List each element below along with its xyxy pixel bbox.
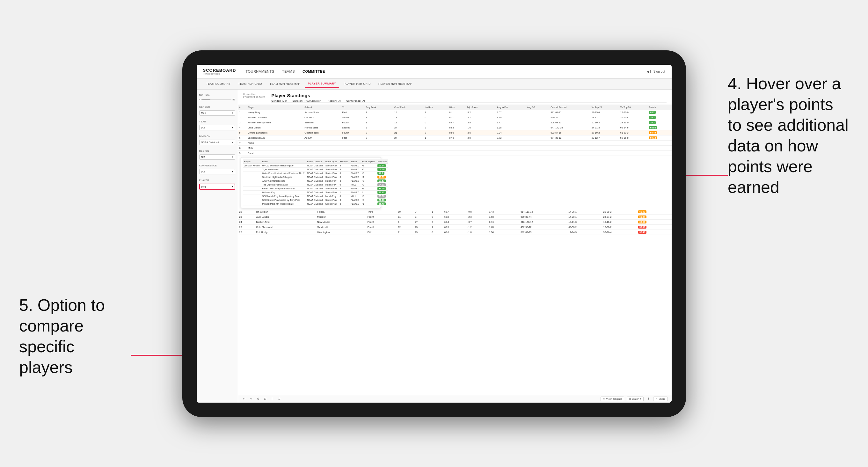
event-row: Tiger Invitational NCAA Division I Strok… [243, 167, 389, 171]
nav-right: ◀ | Sign out [647, 70, 665, 73]
sidebar-gender-label: Gender [199, 105, 235, 108]
sidebar-region-control[interactable]: N/A ▾ [199, 154, 235, 160]
table-row: 8 Mats [238, 145, 672, 151]
col-reg-rank: Reg Rank [364, 105, 393, 110]
player-value: (All) [202, 185, 206, 188]
table-row: 23 Jack Lundin Missouri Fourth 11 24 0 6… [238, 214, 672, 219]
sidebar-no-rds: No Rds. 4 52 [199, 93, 235, 101]
col-vs50: Vs Top 50 [619, 105, 648, 110]
main-content: No Rds. 4 52 Gender Men [197, 90, 672, 403]
nav-tournaments[interactable]: TOURNAMENTS [245, 68, 274, 74]
filter-division: Division: NCAA Division I [292, 99, 322, 102]
school-cell: Arizona State [303, 110, 341, 115]
lower-players-table: 22 Ian Gilligan Florida Third 10 24 1 68… [238, 210, 672, 235]
share-button[interactable]: ↗ Share [653, 397, 668, 401]
points-cell[interactable]: 70.2 [648, 120, 672, 125]
tab-player-h2h-grid[interactable]: PLAYER H2H GRID [340, 80, 374, 87]
eye-icon: 👁 [603, 398, 605, 400]
col-vs25: Vs Top 25 [590, 105, 619, 110]
standings-title: Player Standings [271, 93, 666, 98]
nav-committee[interactable]: COMMITTEE [303, 68, 325, 74]
rank-cell: 1 [238, 110, 247, 115]
nav-links: TOURNAMENTS TEAMS COMMITTEE [245, 68, 647, 74]
undo-icon[interactable]: ↩ [242, 397, 246, 401]
sidebar-player-control[interactable]: (All) ▾ [199, 184, 235, 190]
watch-label: Watch [632, 398, 639, 400]
sidebar-conference-control[interactable]: (All) ▾ [199, 169, 235, 175]
tablet-screen: SCOREBOARD Powered by clippi TOURNAMENTS… [197, 65, 672, 403]
col-player: Player [247, 105, 304, 110]
sidebar-conference: Conference (All) ▾ [199, 164, 235, 175]
sidebar-year-control[interactable]: (All) ▾ [199, 125, 235, 130]
no-rds-max: 52 [232, 98, 235, 101]
event-table: Player Event Event Division Event Type R… [243, 159, 389, 206]
table-row: 3 Michael Thorbjornsen Stanford Fourth 1… [238, 120, 672, 125]
clock-icon[interactable]: ⏱ [277, 397, 281, 401]
year-value: (All) [201, 126, 206, 129]
share-label: Share [658, 398, 665, 400]
points-cell[interactable]: 88.2 [648, 110, 672, 115]
filter-row: Gender: Men Division: NCAA Division I Re… [271, 98, 666, 103]
view-original-label: View: Original [606, 398, 622, 400]
logo-area: SCOREBOARD Powered by clippi [203, 68, 236, 75]
view-original-button[interactable]: 👁 View: Original [600, 397, 624, 401]
download-icon[interactable]: ⬇ [646, 397, 651, 401]
table-row: 1 Wenyi Ding Arizona State First 1 15 1 … [238, 110, 672, 115]
nav-teams[interactable]: TEAMS [282, 68, 295, 74]
event-row: Southern Highlands Collegiate NCAA Divis… [243, 175, 389, 179]
sidebar-gender-control[interactable]: Men ▾ [199, 110, 235, 116]
tab-team-h2h-grid[interactable]: TEAM H2H GRID [235, 80, 265, 87]
tab-team-h2h-heatmap[interactable]: TEAM H2H HEATMAP [267, 80, 304, 87]
table-row: 25 Cole Sherwood Vanderbilt Fourth 12 23… [238, 224, 672, 229]
yr-cell: First [341, 110, 364, 115]
filter-conference: Conference: All [346, 99, 365, 102]
filter-icon[interactable]: ⚙ [256, 397, 260, 401]
points-cell[interactable]: 76.2 [648, 115, 672, 120]
points-cell[interactable]: 68.94 [648, 125, 672, 130]
player-name-cell: Wenyi Ding [247, 110, 304, 115]
player-standings-table: # Player School Yr Reg Rank Conf Rank No… [238, 105, 672, 156]
sidebar-player-label: Player [199, 179, 235, 182]
sidebar-no-rds-range: 4 52 [199, 98, 235, 101]
event-row: Amer An Intercollegiate NCAA Division I … [243, 179, 389, 183]
table-header-row: # Player School Yr Reg Rank Conf Rank No… [238, 105, 672, 110]
nav-bar: SCOREBOARD Powered by clippi TOURNAMENTS… [197, 65, 672, 79]
table-row: 22 Ian Gilligan Florida Third 10 24 1 68… [238, 210, 672, 215]
range-slider[interactable] [202, 99, 231, 100]
watch-button[interactable]: ◉ Watch ▾ [627, 397, 644, 401]
col-wins: Wins [448, 105, 465, 110]
sidebar-division: Division NCAA Division I ▾ [199, 135, 235, 145]
tab-player-summary[interactable]: PLAYER SUMMARY [305, 80, 340, 88]
annotation-left: 5. Option to compare specific players [19, 295, 121, 378]
table-footer: ↩ ↪ ⚙ ⊞ | ⏱ 👁 View: Original ◉ [238, 395, 672, 403]
chevron-down-icon-division: ▾ [232, 141, 233, 144]
table-row: 24 Bastien Amat New Mexico Fourth 1 27 2… [238, 219, 672, 224]
update-time: Update time: 27/01/2024 16:56:26 [243, 93, 265, 98]
watch-chevron: ▾ [640, 398, 641, 400]
tab-team-summary[interactable]: TEAM SUMMARY [203, 80, 234, 87]
col-yr: Yr [341, 105, 364, 110]
sidebar-gender: Gender Men ▾ [199, 105, 235, 116]
content-header: Update time: 27/01/2024 16:56:26 Player … [238, 90, 672, 105]
table-wrapper[interactable]: # Player School Yr Reg Rank Conf Rank No… [238, 105, 672, 395]
conference-value: (All) [201, 170, 206, 173]
sidebar-division-control[interactable]: NCAA Division I ▾ [199, 139, 235, 145]
table-row: 5 Christo Lamprecht Georgia Tech Fourth … [238, 130, 672, 135]
col-no-rds: No Rds. [424, 105, 448, 110]
event-row: Jackson Koivun UNCW Seahawk Intercollegi… [243, 163, 389, 167]
points-cell[interactable]: 58.18 [648, 135, 672, 140]
sign-out-link[interactable]: Sign out [653, 70, 665, 73]
gender-value: Men [201, 112, 206, 115]
points-cell-highlighted[interactable]: 60.49 [648, 130, 672, 135]
chevron-down-icon-player: ▾ [232, 185, 233, 188]
nav-separator: ◀ | [647, 70, 651, 73]
sidebar-no-rds-label: No Rds. [199, 93, 235, 96]
event-row: SEC Stroke Play hosted by Jerry Pate NCA… [243, 198, 389, 202]
watch-icon: ◉ [629, 398, 631, 400]
copy-icon[interactable]: ⊞ [263, 397, 268, 401]
sidebar-year-label: Year [199, 120, 235, 123]
redo-icon[interactable]: ↪ [249, 397, 253, 401]
share-icon: ↗ [655, 398, 658, 400]
sub-nav: TEAM SUMMARY TEAM H2H GRID TEAM H2H HEAT… [197, 79, 672, 90]
tab-player-h2h-heatmap[interactable]: PLAYER H2H HEATMAP [375, 80, 415, 87]
